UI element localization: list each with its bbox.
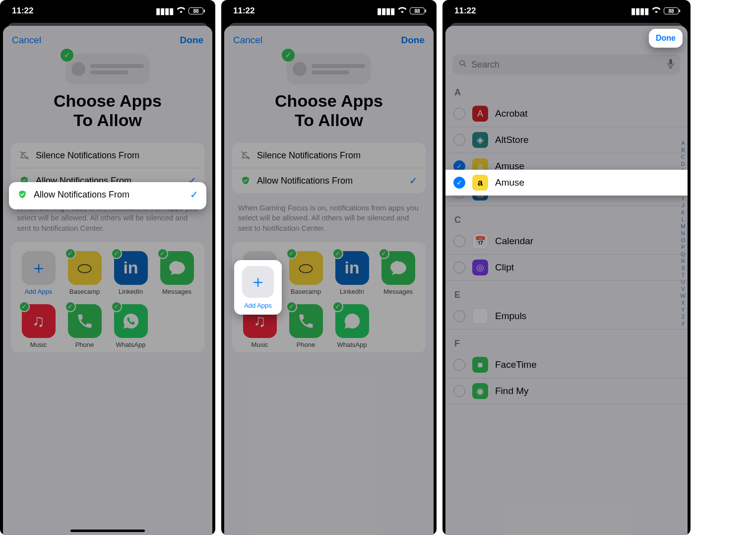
app-whatsapp[interactable]: ✓ WhatsApp bbox=[109, 304, 152, 348]
battery-icon: 88 bbox=[664, 7, 679, 14]
checkbox-unchecked-icon[interactable] bbox=[453, 359, 465, 371]
plus-icon: ＋ bbox=[22, 251, 56, 285]
checkbox-unchecked-icon[interactable] bbox=[453, 108, 465, 120]
allowed-apps-grid: ＋ Add Apps ✓⬭ Basecamp ✓in LinkedIn ✓ Me… bbox=[11, 242, 204, 352]
list-item[interactable]: ◉Find My bbox=[445, 378, 688, 404]
index-letter[interactable]: O bbox=[681, 237, 686, 243]
signal-icon: ▮▮▮▮ bbox=[631, 6, 649, 16]
index-letter[interactable]: S bbox=[681, 265, 686, 271]
alphabet-index[interactable]: ABCDEFGHIJKLMNOPQRSTUVWXYZ# bbox=[681, 140, 686, 327]
app-phone[interactable]: ✓ Phone bbox=[63, 304, 106, 348]
index-letter[interactable]: Z bbox=[681, 314, 686, 320]
checkbox-unchecked-icon[interactable] bbox=[453, 235, 465, 247]
list-item[interactable]: ◈AltStore bbox=[445, 127, 688, 153]
app-basecamp[interactable]: ✓⬭ Basecamp bbox=[284, 251, 327, 295]
shield-check-icon bbox=[240, 175, 251, 186]
index-letter[interactable]: A bbox=[681, 140, 686, 146]
hero: ✓ Choose Apps To Allow bbox=[3, 51, 212, 138]
app-music[interactable]: ✓♫ Music bbox=[17, 304, 60, 348]
cancel-button[interactable]: Cancel bbox=[12, 35, 41, 46]
index-letter[interactable]: P bbox=[681, 244, 686, 250]
done-button[interactable]: Done bbox=[180, 35, 204, 46]
status-time: 11:22 bbox=[233, 6, 254, 16]
index-letter[interactable]: L bbox=[681, 216, 686, 222]
wifi-icon bbox=[652, 6, 661, 16]
mic-icon[interactable] bbox=[667, 59, 675, 71]
tutorial-highlight-allow: Allow Notifications From ✓ bbox=[9, 182, 206, 209]
index-letter[interactable]: # bbox=[681, 321, 686, 327]
app-linkedin[interactable]: ✓in LinkedIn bbox=[109, 251, 152, 295]
section-header: E bbox=[445, 281, 688, 303]
app-basecamp[interactable]: ✓⬭ Basecamp bbox=[63, 251, 106, 295]
checkbox-unchecked-icon[interactable] bbox=[453, 385, 465, 397]
battery-icon: 88 bbox=[189, 7, 203, 14]
checkbox-checked-icon: ✓ bbox=[453, 177, 465, 189]
app-icon: ■ bbox=[472, 357, 488, 373]
list-item[interactable]: ✦Empuls bbox=[445, 303, 688, 330]
app-icon: ✦ bbox=[472, 308, 488, 324]
app-phone[interactable]: ✓ Phone bbox=[284, 304, 327, 348]
search-input[interactable]: Search bbox=[452, 55, 681, 74]
index-letter[interactable]: M bbox=[681, 223, 686, 229]
index-letter[interactable]: W bbox=[681, 293, 686, 299]
checkbox-unchecked-icon[interactable] bbox=[453, 262, 465, 273]
section-header: A bbox=[445, 78, 688, 101]
app-linkedin[interactable]: ✓in LinkedIn bbox=[330, 251, 374, 295]
app-messages[interactable]: ✓ Messages bbox=[377, 251, 420, 295]
checkbox-unchecked-icon[interactable] bbox=[453, 310, 465, 322]
index-letter[interactable]: J bbox=[681, 202, 686, 208]
checkmark-icon: ✓ bbox=[190, 189, 198, 201]
add-apps-button[interactable]: ＋ Add Apps bbox=[17, 251, 60, 295]
option-allow[interactable]: Allow Notifications From ✓ bbox=[232, 168, 426, 193]
bell-off-icon bbox=[19, 150, 30, 161]
checkmark-icon: ✓ bbox=[409, 175, 418, 187]
app-name-label: AltStore bbox=[495, 134, 529, 145]
option-silence-label: Silence Notifications From bbox=[36, 150, 139, 161]
tutorial-highlight-add-apps: ＋ Add Apps bbox=[234, 260, 282, 315]
list-item[interactable]: ◎Clipt bbox=[445, 255, 688, 281]
hero-notification-graphic: ✓ bbox=[65, 54, 150, 84]
index-letter[interactable]: U bbox=[681, 279, 686, 285]
status-bar: 11:22 ▮▮▮▮ 88 bbox=[0, 0, 215, 22]
index-letter[interactable]: Q bbox=[681, 251, 686, 257]
index-letter[interactable]: D bbox=[681, 161, 686, 167]
phone-screen-1: 11:22 ▮▮▮▮ 88 Cancel Done ✓ Choose Apps … bbox=[0, 0, 215, 535]
list-item[interactable]: AAcrobat bbox=[445, 101, 688, 127]
index-letter[interactable]: C bbox=[681, 154, 686, 160]
list-item[interactable]: ■FaceTime bbox=[445, 352, 688, 378]
app-name-label: Calendar bbox=[495, 236, 533, 247]
apps-list[interactable]: AAAcrobat◈AltStore✓aAmuse🔒AuthenticatorC… bbox=[445, 78, 688, 404]
index-letter[interactable]: K bbox=[681, 209, 686, 215]
index-letter[interactable]: Y bbox=[681, 307, 686, 313]
index-letter[interactable]: X bbox=[681, 300, 686, 306]
svg-point-0 bbox=[460, 61, 464, 65]
wifi-icon bbox=[177, 6, 186, 16]
app-name-label: FaceTime bbox=[495, 359, 537, 370]
list-item[interactable]: 📅Calendar bbox=[445, 228, 688, 255]
app-icon: ◉ bbox=[472, 383, 488, 399]
help-text: When Gaming Focus is on, notifications f… bbox=[224, 198, 434, 240]
index-letter[interactable]: N bbox=[681, 230, 686, 236]
index-letter[interactable]: R bbox=[681, 258, 686, 264]
app-icon: ◎ bbox=[472, 260, 488, 275]
done-button[interactable]: Done bbox=[401, 35, 425, 46]
index-letter[interactable]: B bbox=[681, 147, 686, 153]
app-whatsapp[interactable]: ✓ WhatsApp bbox=[330, 304, 374, 348]
app-icon: ◈ bbox=[472, 132, 488, 148]
index-letter[interactable]: T bbox=[681, 272, 686, 278]
signal-icon: ▮▮▮▮ bbox=[156, 6, 174, 16]
checkbox-unchecked-icon[interactable] bbox=[453, 134, 465, 146]
app-messages[interactable]: ✓ Messages bbox=[155, 251, 198, 295]
modal-sheet: Cancel Done ✓ Choose Apps To Allow Silen… bbox=[3, 26, 212, 535]
option-silence[interactable]: Silence Notifications From bbox=[11, 143, 204, 168]
add-apps-label: Add Apps bbox=[25, 288, 53, 295]
modal-sheet-apps-list: Done Search AAAcrobat◈AltStore✓aAmuse🔒Au… bbox=[445, 26, 688, 535]
option-silence[interactable]: Silence Notifications From bbox=[232, 143, 426, 168]
index-letter[interactable]: V bbox=[681, 286, 686, 292]
status-time: 11:22 bbox=[454, 6, 476, 16]
app-icon: 📅 bbox=[472, 233, 488, 249]
index-letter[interactable]: I bbox=[681, 196, 686, 201]
cancel-button[interactable]: Cancel bbox=[233, 35, 262, 46]
app-name-label: Clipt bbox=[495, 262, 514, 273]
phone-screen-2: 11:22 ▮▮▮▮ 88 Cancel Done ✓ Choose AppsT… bbox=[221, 0, 437, 535]
